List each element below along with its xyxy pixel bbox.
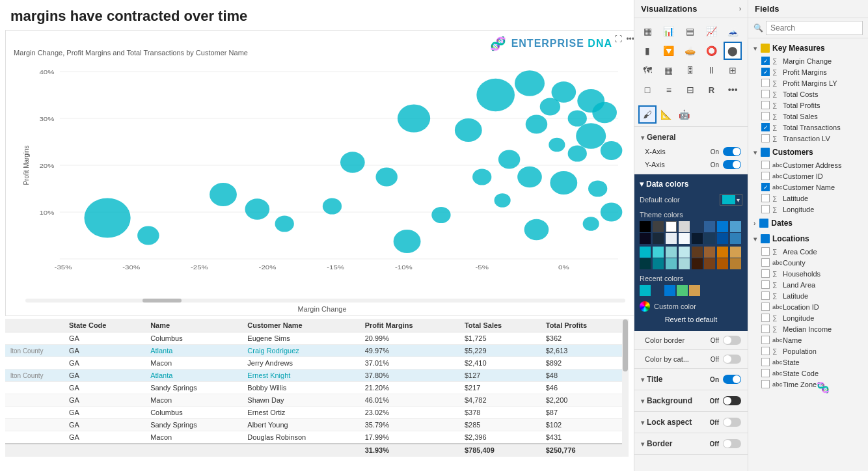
border-track[interactable] [723,439,741,448]
color-border-track[interactable] [723,336,741,345]
title-track[interactable] [723,375,741,384]
chart-type-area[interactable]: 🗻 [724,22,742,40]
field-name[interactable]: abc Name [748,334,868,345]
color-by-cat-track[interactable] [723,355,741,364]
color-cell[interactable] [704,233,715,244]
lock-aspect-section-header[interactable]: ▾ Lock aspect Off [634,414,748,430]
field-profit-margins-ly[interactable]: ∑ Profit Margins LY [748,77,868,88]
color-cell[interactable] [653,221,664,232]
chart-type-treemap[interactable]: ▦ [660,61,678,79]
field-population[interactable]: ∑ Population [748,345,868,357]
chart-type-kpi[interactable]: Ⅱ [702,61,720,79]
background-section-header[interactable]: ▾ Background Off [634,393,748,409]
field-county[interactable]: abc County [748,257,868,268]
color-cell[interactable] [730,221,741,232]
color-cell[interactable] [666,258,677,269]
chart-type-line[interactable]: 📈 [702,22,720,40]
viz-properties-scroll[interactable]: ▾ General X-Axis On Y-Axis On ▾ [634,127,748,471]
y-axis-toggle[interactable]: On [711,160,741,169]
fields-group-key-measures-header[interactable]: ▾ Key Measures [748,41,868,55]
chart-type-matrix[interactable]: ⊞ [724,61,742,79]
chart-type-more[interactable]: ••• [724,81,742,99]
general-section-header[interactable]: ▾ General [634,129,748,145]
x-scrollbar[interactable] [25,299,625,303]
color-cell[interactable] [653,258,664,269]
fields-group-locations-header[interactable]: ▾ Locations [748,232,868,246]
data-table-scroll[interactable]: State Code Name Customer Name Profit Mar… [5,319,629,457]
chart-type-card[interactable]: □ [638,81,657,99]
color-cell[interactable] [666,247,677,258]
field-location-id[interactable]: abc Location ID [748,301,868,312]
color-cell[interactable] [717,221,728,232]
chart-type-bar[interactable]: 📊 [660,22,678,40]
color-cell[interactable] [717,247,728,258]
chart-type-column[interactable]: ▮ [638,42,657,60]
color-cell[interactable] [666,233,677,244]
table-scrollbar[interactable] [622,319,629,457]
field-longitude-l[interactable]: ∑ Longitude [748,312,868,323]
y-axis-track[interactable] [723,160,741,169]
field-time-zone[interactable]: abc Time Zone 🧬 [748,379,868,390]
color-cell[interactable] [640,258,651,269]
x-axis-toggle[interactable]: On [711,147,741,156]
color-cell[interactable] [666,221,677,232]
color-swatch-btn[interactable]: ▾ [720,194,742,206]
field-total-costs[interactable]: ∑ Total Costs [748,88,868,100]
color-cell[interactable] [640,247,651,258]
fields-group-dates-header[interactable]: › Dates [748,216,868,230]
recent-color-4[interactable] [677,285,688,296]
recent-color-1[interactable] [640,285,651,296]
field-state-code[interactable]: abc State Code [748,368,868,379]
field-area-code[interactable]: ∑ Area Code [748,246,868,257]
field-total-profits[interactable]: ∑ Total Profits [748,100,868,111]
maximize-icon[interactable]: ⛶ [614,34,622,44]
lock-aspect-track[interactable] [723,418,741,427]
chart-type-table[interactable]: ⊟ [681,81,699,99]
color-cell[interactable] [730,258,741,269]
field-households[interactable]: ∑ Households [748,268,868,279]
field-margin-change[interactable]: ✓ ∑ Margin Change [748,55,868,66]
field-total-sales[interactable]: ∑ Total Sales [748,111,868,122]
chart-type-pie[interactable]: 🥧 [681,42,699,60]
field-total-transactions[interactable]: ✓ ∑ Total Transactions [748,122,868,133]
color-cell[interactable] [704,258,715,269]
color-cell[interactable] [640,233,651,244]
field-customer-id[interactable]: abc Customer ID [748,170,868,182]
fields-group-customers-header[interactable]: ▾ Customers [748,145,868,159]
color-cell[interactable] [692,258,703,269]
revert-default-btn[interactable]: Revert to default [640,316,742,323]
color-cell[interactable] [717,258,728,269]
chart-type-stacked-bar[interactable]: ▦ [638,22,657,40]
color-cell[interactable] [692,221,703,232]
color-cell[interactable] [653,247,664,258]
title-toggle[interactable]: On [710,375,741,384]
color-by-cat-toggle[interactable]: Off [711,355,741,364]
color-cell[interactable] [679,233,690,244]
chart-type-funnel[interactable]: 🔽 [660,42,678,60]
scrollbar-thumb[interactable] [623,319,628,371]
field-longitude-c[interactable]: ∑ Longitude [748,204,868,215]
viz-expand-icon[interactable]: › [739,5,741,12]
color-cell[interactable] [692,247,703,258]
custom-color-btn[interactable]: Custom color [640,301,742,312]
border-section-header[interactable]: ▾ Border Off [634,436,748,451]
title-section-header[interactable]: ▾ Title On [634,371,748,387]
color-cell[interactable] [704,247,715,258]
background-toggle[interactable]: Off [710,396,741,405]
chart-type-map[interactable]: 🗺 [638,61,657,79]
color-cell[interactable] [730,233,741,244]
search-input[interactable] [766,21,863,35]
recent-color-5[interactable] [689,285,700,296]
color-border-toggle[interactable]: Off [711,336,741,345]
recent-color-3[interactable] [664,285,675,296]
field-land-area[interactable]: ∑ Land Area [748,279,868,290]
recent-color-2[interactable] [652,285,663,296]
x-axis-track[interactable] [723,147,741,156]
analytics-icon[interactable]: 📐 [657,105,675,124]
background-track[interactable] [723,396,741,405]
field-latitude-l[interactable]: ∑ Latitude [748,290,868,301]
chart-type-100pct[interactable]: ▤ [681,22,699,40]
chart-type-r[interactable]: R [702,81,720,99]
border-toggle[interactable]: Off [710,439,741,448]
color-cell[interactable] [640,221,651,232]
